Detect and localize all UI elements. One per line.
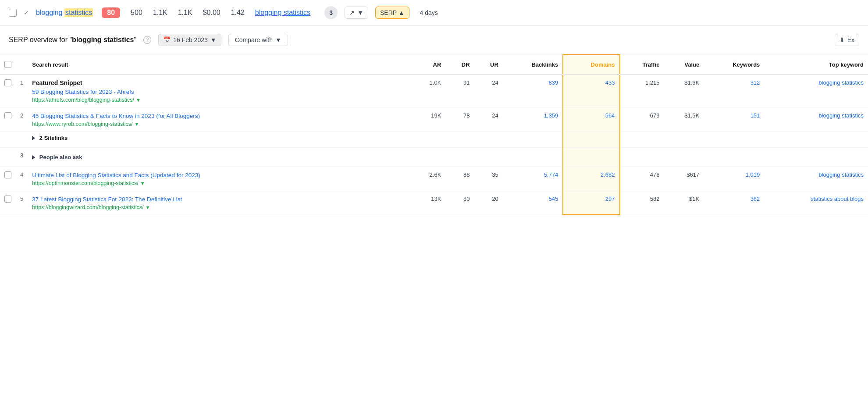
stat-500: 500: [131, 9, 142, 17]
header-checkbox[interactable]: [4, 61, 11, 68]
row-keywords: 1,019: [704, 167, 764, 191]
keyword-highlight: statistics: [64, 8, 93, 17]
score-badge: 80: [102, 7, 120, 18]
th-top-keyword: Top keyword: [764, 55, 868, 75]
number-badge: 3: [324, 6, 338, 19]
row-keywords-empty: [704, 147, 764, 167]
export-label: Ex: [847, 36, 854, 43]
result-title-link[interactable]: 59 Blogging Statistics for 2023 - Ahrefs: [32, 88, 407, 96]
row-checkbox[interactable]: [4, 112, 11, 119]
row-domains: 564: [563, 107, 619, 132]
date-label: 16 Feb 2023: [173, 36, 208, 43]
stat-0-00: $0.00: [203, 9, 221, 17]
checkmark-icon: ✓: [24, 9, 29, 16]
people-ask-label: People also ask: [39, 154, 82, 160]
top-keyword-link-2[interactable]: blogging statistics: [255, 9, 310, 17]
row-checkbox-empty: [0, 147, 16, 167]
help-icon[interactable]: ?: [143, 36, 151, 44]
row-top-keyword: blogging statistics: [764, 167, 868, 191]
export-button[interactable]: ⬇ Ex: [835, 34, 859, 46]
row-dr-empty: [445, 147, 474, 167]
row-checkbox[interactable]: [4, 196, 11, 203]
row-domains: 433: [563, 75, 619, 107]
row-number: 3: [16, 147, 28, 167]
top-bar-checkbox[interactable]: [9, 9, 17, 17]
row-backlinks: 839: [503, 75, 563, 107]
row-ar: 19K: [411, 107, 446, 132]
th-checkbox: [0, 55, 16, 75]
row-checkbox-cell: [0, 75, 16, 107]
keyword-part1: blogging: [36, 9, 64, 16]
row-backlinks: 545: [503, 191, 563, 215]
row-keywords: 151: [704, 107, 764, 132]
row-ur: 24: [474, 107, 503, 132]
th-traffic: Traffic: [620, 55, 664, 75]
sitelinks-backlinks-empty: [503, 132, 563, 147]
result-title-link[interactable]: 45 Blogging Statistics & Facts to Know i…: [32, 112, 407, 121]
row-ar-empty: [411, 147, 446, 167]
row-search-result: 37 Latest Blogging Statistics For 2023: …: [28, 191, 411, 215]
row-checkbox-cell: [0, 167, 16, 191]
row-dr: 78: [445, 107, 474, 132]
th-keywords: Keywords: [704, 55, 764, 75]
serp-title-keyword: blogging statistics: [72, 36, 134, 43]
row-checkbox[interactable]: [4, 79, 11, 86]
compare-button[interactable]: Compare with ▼: [228, 34, 288, 46]
featured-snippet-label: Featured Snippet: [32, 79, 407, 86]
url-dropdown-arrow: ▼: [146, 205, 150, 210]
table-row: 5 37 Latest Blogging Statistics For 2023…: [0, 191, 868, 215]
th-search-result: Search result: [28, 55, 411, 75]
row-top-keyword: blogging statistics: [764, 107, 868, 132]
sitelinks-value-empty: [664, 132, 704, 147]
row-ar: 1.0K: [411, 75, 446, 107]
row-search-result: 45 Blogging Statistics & Facts to Know i…: [28, 107, 411, 132]
row-value: $1.6K: [664, 75, 704, 107]
triangle-icon[interactable]: [32, 136, 35, 140]
trend-button[interactable]: ↗ ▼: [345, 7, 368, 19]
date-picker[interactable]: 📅 16 Feb 2023 ▼: [158, 34, 221, 46]
row-domains: 2,682: [563, 167, 619, 191]
row-traffic: 1,215: [620, 75, 664, 107]
table-row: 3 People also ask: [0, 147, 868, 167]
row-topkw-empty: [764, 147, 868, 167]
sitelinks-topkw-empty: [764, 132, 868, 147]
row-traffic: 582: [620, 191, 664, 215]
triangle-icon: [32, 155, 35, 160]
compare-label: Compare with: [235, 36, 273, 43]
stat-1-42: 1.42: [231, 9, 245, 17]
table-header-row: Search result AR DR UR Backlinks Domains…: [0, 55, 868, 75]
row-traffic: 476: [620, 167, 664, 191]
days-text: 4 days: [420, 9, 438, 16]
row-keywords: 312: [704, 75, 764, 107]
row-traffic-empty: [620, 147, 664, 167]
serp-title: SERP overview for "blogging statistics": [9, 36, 136, 44]
row-domains-empty: [563, 147, 619, 167]
row-checkbox-cell: [0, 191, 16, 215]
row-backlinks: 1,359: [503, 107, 563, 132]
row-top-keyword: blogging statistics: [764, 75, 868, 107]
row-ur-empty: [474, 147, 503, 167]
row-checkbox[interactable]: [4, 171, 11, 178]
result-url-link[interactable]: https://ahrefs.com/blog/blogging-statist…: [32, 97, 141, 103]
result-url-link[interactable]: https://bloggingwizard.com/blogging-stat…: [32, 204, 150, 210]
row-dr: 88: [445, 167, 474, 191]
result-url-link[interactable]: https://optinmonster.com/blogging-statis…: [32, 180, 145, 186]
th-backlinks: Backlinks: [503, 55, 563, 75]
row-ar: 13K: [411, 191, 446, 215]
result-url-link[interactable]: https://www.ryrob.com/blogging-statistic…: [32, 121, 139, 127]
top-keyword-link[interactable]: blogging statistics: [36, 9, 93, 17]
row-keywords: 362: [704, 191, 764, 215]
top-bar: ✓ blogging statistics 80 500 1.1K 1.1K $…: [0, 0, 868, 26]
sitelinks-ur-empty: [474, 132, 503, 147]
url-dropdown-arrow: ▼: [134, 121, 139, 127]
url-dropdown-arrow: ▼: [140, 181, 145, 186]
row-value: $1K: [664, 191, 704, 215]
row-top-keyword: statistics about blogs: [764, 191, 868, 215]
result-title-link[interactable]: 37 Latest Blogging Statistics For 2023: …: [32, 196, 407, 204]
row-traffic: 679: [620, 107, 664, 132]
row-dr: 80: [445, 191, 474, 215]
stat-1-1k-2: 1.1K: [178, 9, 192, 17]
serp-button[interactable]: SERP ▲: [375, 7, 409, 19]
sitelinks-domains-empty: [563, 132, 619, 147]
result-title-link[interactable]: Ultimate List of Blogging Statistics and…: [32, 171, 407, 180]
